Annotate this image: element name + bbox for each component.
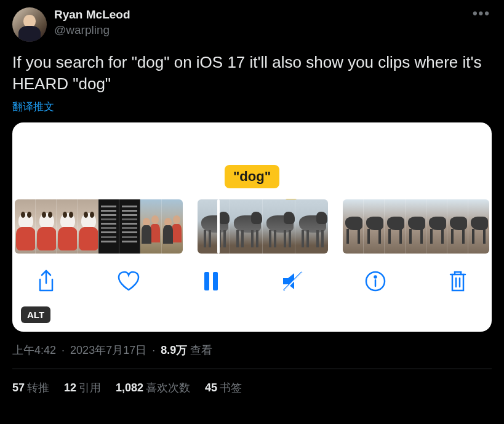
media-attachment[interactable]: "dog": [12, 122, 492, 332]
thumbnail-frame: [57, 199, 78, 254]
thumbnail-frame: [98, 199, 119, 254]
thumbnail-frame: [230, 199, 263, 254]
thumbnail-frame: [447, 199, 468, 254]
thumbnail-frame: [198, 199, 230, 254]
thumbnail-frame: [385, 199, 406, 254]
likes-label: 喜欢次数: [146, 382, 190, 394]
clip-group-1[interactable]: [15, 199, 183, 254]
retweets-stat[interactable]: 57转推: [12, 380, 49, 395]
thumbnail-frame: [468, 199, 489, 254]
tweet-text: If you search for "dog" on iOS 17 it'll …: [12, 52, 492, 95]
retweets-count: 57: [12, 382, 25, 394]
thumbnail-frame: [364, 199, 385, 254]
tweet-header: Ryan McLeod @warpling •••: [12, 7, 492, 42]
thumbnail-frame: [406, 199, 426, 254]
more-options-button[interactable]: •••: [471, 7, 492, 19]
bookmarks-count: 45: [205, 382, 217, 394]
author-names[interactable]: Ryan McLeod @warpling: [54, 7, 464, 38]
pause-icon[interactable]: [198, 268, 224, 294]
thumbnail-frame: [162, 199, 183, 254]
retweets-label: 转推: [27, 382, 49, 394]
handle: @warpling: [54, 23, 464, 38]
views-count: 8.9万: [161, 344, 187, 356]
svg-rect-1: [213, 272, 218, 290]
trash-icon[interactable]: [445, 268, 471, 294]
thumbnail-frame: [15, 199, 36, 254]
media-toolbar: [12, 254, 492, 306]
thumbnail-frame: [36, 199, 57, 254]
thumbnail-frame: [343, 199, 364, 254]
svg-point-5: [375, 276, 377, 278]
tweet-container: Ryan McLeod @warpling ••• If you search …: [0, 0, 504, 402]
quotes-label: 引用: [79, 382, 101, 394]
video-timeline[interactable]: [12, 199, 492, 254]
quotes-stat[interactable]: 12引用: [64, 380, 101, 395]
clip-group-3[interactable]: [343, 199, 489, 254]
tweet-meta: 上午4:42 · 2023年7月17日 · 8.9万 查看: [12, 343, 492, 358]
views-label: 查看: [190, 344, 212, 356]
thumbnail-frame: [140, 199, 161, 254]
tweet-stats: 57转推 12引用 1,082喜欢次数 45书签: [12, 380, 492, 395]
thumbnail-frame: [78, 199, 98, 254]
divider: [12, 369, 492, 369]
display-name: Ryan McLeod: [54, 7, 464, 23]
thumbnail-frame: [263, 199, 295, 254]
avatar[interactable]: [12, 7, 47, 42]
quotes-count: 12: [64, 382, 76, 394]
playhead-indicator[interactable]: [217, 199, 220, 254]
thumbnail-frame: [295, 199, 328, 254]
likes-stat[interactable]: 1,082喜欢次数: [116, 380, 190, 395]
bookmarks-stat[interactable]: 45书签: [205, 380, 242, 395]
thumbnail-frame: [119, 199, 140, 254]
clip-group-2-active[interactable]: [198, 199, 328, 254]
translate-link[interactable]: 翻译推文: [12, 100, 492, 114]
likes-count: 1,082: [116, 382, 143, 394]
bookmarks-label: 书签: [220, 382, 242, 394]
mute-icon[interactable]: [280, 268, 306, 294]
info-icon[interactable]: [362, 268, 388, 294]
media-header-area: "dog": [12, 122, 492, 199]
alt-badge[interactable]: ALT: [21, 306, 50, 323]
search-token-label: "dog": [225, 165, 279, 188]
tweet-time[interactable]: 上午4:42: [12, 344, 56, 356]
tweet-date[interactable]: 2023年7月17日: [70, 344, 146, 356]
svg-rect-0: [204, 272, 209, 290]
share-icon[interactable]: [33, 268, 59, 294]
heart-icon[interactable]: [116, 268, 142, 294]
thumbnail-frame: [426, 199, 447, 254]
